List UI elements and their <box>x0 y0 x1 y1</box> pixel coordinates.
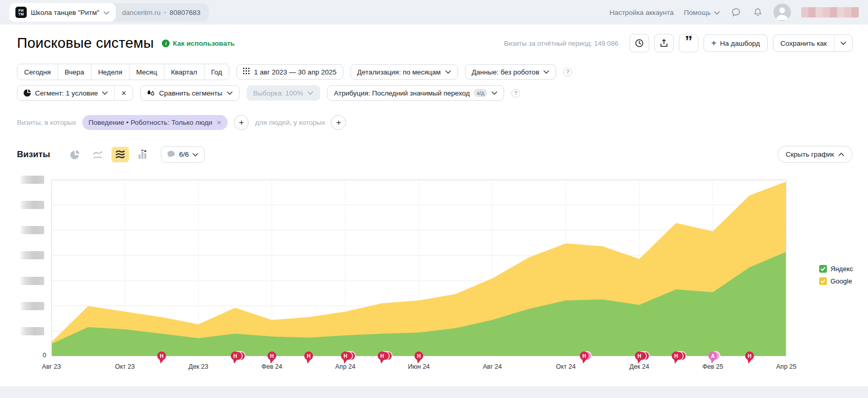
chip-label: Поведение • Роботность: Только люди <box>88 119 212 126</box>
site-logo: РИТМ <box>15 7 27 18</box>
counter-domain: danceritm.ru <box>122 9 160 16</box>
svg-text:Авг 23: Авг 23 <box>42 363 61 370</box>
range-year[interactable]: Год <box>204 64 229 80</box>
calendar-grid-icon <box>243 68 250 76</box>
to-dashboard-label: На дашборд <box>720 40 760 47</box>
counter-switcher-group: РИТМ Школа танцев "Ритм" danceritm.ru • … <box>9 3 209 22</box>
chevron-down-icon <box>445 70 451 74</box>
save-as-split-button: Сохранить как <box>773 34 853 52</box>
comments-dropdown[interactable]: 6/6 <box>161 146 205 163</box>
quotes-annotations-button[interactable]: ” <box>679 34 698 52</box>
segments-row: Сегмент: 1 условие ✕ Сравнить сегменты В… <box>17 85 520 101</box>
help-question-icon[interactable]: ? <box>563 68 572 77</box>
attribution-label: Атрибуция: Последний значимый переход <box>334 89 470 97</box>
range-yesterday[interactable]: Вчера <box>58 64 91 80</box>
range-today[interactable]: Сегодня <box>17 64 58 80</box>
svg-text:А: А <box>711 353 714 359</box>
visits-chart: 0 Авг 23Окт 23Дек 23Фев 24Апр 24Июн 24Ав… <box>0 164 868 385</box>
chevron-down-icon <box>227 91 233 95</box>
svg-text:Апр 25: Апр 25 <box>776 363 796 370</box>
notifications-bell-icon[interactable] <box>752 7 763 18</box>
svg-text:Дек 23: Дек 23 <box>189 363 208 370</box>
chart-type-columns-icon[interactable] <box>134 147 152 162</box>
legend-google-label: Google <box>830 277 852 285</box>
help-label: Помощь <box>684 9 711 16</box>
dot-separator: • <box>164 10 166 15</box>
save-as-button[interactable]: Сохранить как <box>773 35 834 51</box>
y-axis-zero-label: 0 <box>27 352 46 359</box>
history-clock-button[interactable] <box>630 34 649 52</box>
quick-range-group: Сегодня Вчера Неделя Месяц Квартал Год <box>17 64 229 80</box>
legend-google-checkbox[interactable] <box>819 277 827 285</box>
counter-id: 80807683 <box>170 9 200 16</box>
chart-type-line-icon[interactable] <box>89 147 106 162</box>
visits-period-summary: Визиты за отчётный период: 149 086 <box>504 40 618 47</box>
hide-chart-button[interactable]: Скрыть график <box>778 146 853 163</box>
sampling-dropdown[interactable]: Выборка: 100% <box>247 85 320 101</box>
segment-clear-button[interactable]: ✕ <box>114 86 133 100</box>
legend-item-yandex[interactable]: Яндекс <box>819 265 853 273</box>
how-to-use-link[interactable]: i Как использовать <box>162 40 234 47</box>
account-settings-link[interactable]: Настройка аккаунта <box>610 9 674 16</box>
date-filters-row: Сегодня Вчера Неделя Месяц Квартал Год 1… <box>17 64 572 80</box>
chevron-up-icon <box>838 153 844 157</box>
to-dashboard-button[interactable]: + На дашборд <box>704 34 767 52</box>
date-range-button[interactable]: 1 авг 2023 — 30 апр 2025 <box>236 64 343 80</box>
range-week[interactable]: Неделя <box>91 64 129 80</box>
compare-segments-dropdown[interactable]: Сравнить сегменты <box>140 85 239 101</box>
quotes-icon: ” <box>685 39 693 48</box>
svg-text:Н: Н <box>307 353 310 359</box>
chat-bubble-icon[interactable] <box>730 7 742 18</box>
range-quarter[interactable]: Квартал <box>164 64 204 80</box>
legend-yandex-checkbox[interactable] <box>819 265 827 273</box>
segment-dropdown[interactable]: Сегмент: 1 условие <box>17 86 114 100</box>
date-range-label: 1 авг 2023 — 30 апр 2025 <box>254 68 337 76</box>
svg-text:Фев 25: Фев 25 <box>703 363 724 370</box>
visits-in-which-label: Визиты, в которых <box>17 119 76 126</box>
topbar: РИТМ Школа танцев "Ритм" danceritm.ru • … <box>0 0 868 25</box>
chip-close-icon[interactable]: ✕ <box>216 119 221 126</box>
legend-item-google[interactable]: Google <box>819 277 853 285</box>
report-header: Поисковые системы i Как использовать Виз… <box>17 34 853 52</box>
drops-compare-icon <box>147 89 155 97</box>
add-people-condition-button[interactable]: + <box>331 115 346 130</box>
svg-text:Н: Н <box>160 353 163 359</box>
avatar[interactable] <box>773 4 791 21</box>
detalization-dropdown[interactable]: Детализация: по месяцам <box>350 64 458 80</box>
report-card: Поисковые системы i Как использовать Виз… <box>0 25 868 386</box>
svg-text:Н: Н <box>343 353 347 359</box>
hide-chart-label: Скрыть график <box>786 150 834 158</box>
data-mode-label: Данные: без роботов <box>472 68 540 76</box>
counter-info: danceritm.ru • 80807683 <box>116 9 209 16</box>
chevron-down-icon <box>714 8 720 17</box>
export-button[interactable] <box>654 34 674 52</box>
site-name: Школа танцев "Ритм" <box>31 9 99 16</box>
stacked-area-plot[interactable]: Авг 23Окт 23Дек 23Фев 24Апр 24Июн 24Авг … <box>51 180 786 387</box>
pie-segment-icon <box>24 89 31 97</box>
chart-type-pie-icon[interactable] <box>66 147 84 162</box>
svg-text:Н: Н <box>417 353 420 359</box>
svg-text:Н: Н <box>270 353 273 359</box>
add-visit-condition-button[interactable]: + <box>234 115 249 130</box>
data-mode-dropdown[interactable]: Данные: без роботов <box>465 64 557 80</box>
help-question-icon[interactable]: ? <box>511 89 520 98</box>
range-month[interactable]: Месяц <box>129 64 164 80</box>
save-as-menu-toggle[interactable] <box>834 35 852 51</box>
legend-yandex-label: Яндекс <box>830 265 853 273</box>
svg-text:Н: Н <box>582 353 586 359</box>
site-switcher[interactable]: РИТМ Школа танцев "Ритм" <box>9 3 116 22</box>
plus-icon: + <box>711 38 716 48</box>
chart-type-stacked-area-icon[interactable] <box>112 147 129 162</box>
redacted-username <box>801 7 859 17</box>
behavior-robots-chip[interactable]: Поведение • Роботность: Только люди ✕ <box>82 115 228 130</box>
svg-text:Апр 24: Апр 24 <box>335 363 355 370</box>
attribution-dropdown[interactable]: Атрибуция: Последний значимый переход к/… <box>327 85 505 101</box>
chevron-down-icon <box>103 8 109 17</box>
chevron-down-icon <box>543 70 549 74</box>
comment-bubble-icon <box>167 150 175 158</box>
svg-text:Н: Н <box>233 353 237 359</box>
topbar-right: Настройка аккаунта Помощь <box>610 4 859 21</box>
svg-text:Окт 23: Окт 23 <box>115 363 135 370</box>
help-menu[interactable]: Помощь <box>684 8 720 17</box>
chart-toolbar: Визиты 6/6 Скрыть график <box>17 146 853 163</box>
